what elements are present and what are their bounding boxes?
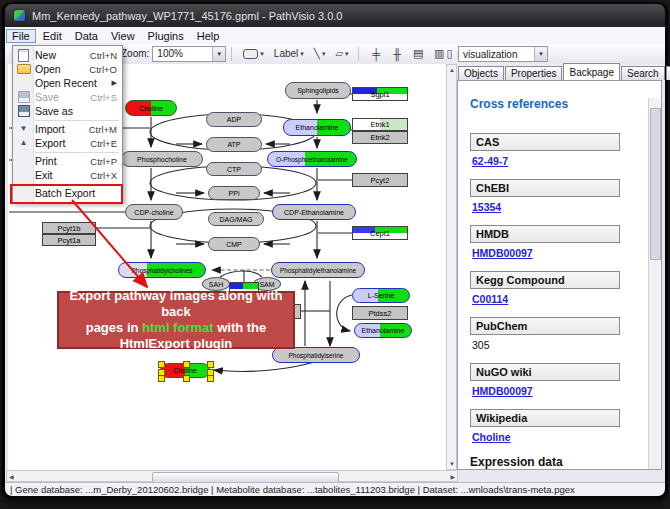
add-label-button[interactable]: Label▾ xyxy=(270,45,308,62)
expression-data-heading: Expression data xyxy=(470,455,649,469)
selection-handle[interactable] xyxy=(158,361,165,368)
node-l-serine[interactable]: L-Serine xyxy=(352,288,410,303)
tab-objects[interactable]: Objects xyxy=(458,66,504,80)
xref-link[interactable]: Choline xyxy=(472,431,649,443)
scroll-up-icon[interactable]: ▲ xyxy=(449,67,455,73)
visualization-value: visualization xyxy=(459,49,534,60)
node-phosphatidylcholines[interactable]: Phosphatidylcholines xyxy=(118,262,206,278)
title-bar[interactable]: Mm_Kennedy_pathway_WP1771_45176.gpml - P… xyxy=(5,4,665,27)
node-atp[interactable]: ATP xyxy=(206,137,262,152)
node-choline-selected[interactable]: Choline xyxy=(160,363,210,378)
line-tool-button[interactable]: ╲▾ xyxy=(310,45,330,62)
node-phosphocholine[interactable]: Phosphocholine xyxy=(121,151,203,167)
scroll-down-icon[interactable]: ▼ xyxy=(449,461,455,467)
node-ctp[interactable]: CTP xyxy=(206,162,262,176)
window-title: Mm_Kennedy_pathway_WP1771_45176.gpml - P… xyxy=(32,10,342,22)
menu-item-label: Export xyxy=(32,137,90,149)
label-tool-label: Label xyxy=(274,49,298,59)
xref-link[interactable]: HMDB00097 xyxy=(472,247,649,259)
node-dag-mag[interactable]: DAG/MAG xyxy=(208,212,264,226)
node-ethanolamine[interactable]: Ethanolamine xyxy=(283,119,351,136)
distribute-horizontal-icon[interactable]: ▤ xyxy=(410,46,427,61)
import-icon: ▼ xyxy=(15,125,32,133)
file-menu-item-new[interactable]: NewCtrl+N xyxy=(13,48,122,62)
scroll-left-icon[interactable]: ◀ xyxy=(9,474,14,480)
menu-data[interactable]: Data xyxy=(69,29,104,43)
gene-etnk2[interactable]: Etnk2 xyxy=(352,131,408,144)
toolbar-separator xyxy=(231,47,232,61)
file-menu-item-save-as[interactable]: Save as xyxy=(13,104,122,118)
xref-link[interactable]: 15354 xyxy=(472,201,649,213)
selection-handle[interactable] xyxy=(207,361,214,368)
add-datanode-button[interactable]: ▾ xyxy=(239,45,268,62)
panel-scrollbar[interactable] xyxy=(648,98,660,470)
gene-cept1[interactable]: Cept1 xyxy=(352,226,408,240)
menu-shortcut: Ctrl+O xyxy=(89,64,117,75)
tab-legend[interactable]: Legend xyxy=(666,66,670,80)
selection-handle[interactable] xyxy=(183,361,190,368)
tab-properties[interactable]: Properties xyxy=(505,66,563,80)
node-phosphatidylethanolamine[interactable]: Phosphatidylethanolamine xyxy=(271,262,365,278)
zoom-combobox[interactable]: 100% ▾ xyxy=(152,46,226,62)
node-ppi[interactable]: PPi xyxy=(208,186,260,200)
xref-title: NuGO wiki xyxy=(470,363,620,381)
file-menu-item-exit[interactable]: ExitCtrl+X xyxy=(13,168,122,182)
file-menu-item-import[interactable]: ▼ImportCtrl+M xyxy=(13,122,122,136)
node-adp[interactable]: ADP xyxy=(206,112,262,127)
visualization-combobox[interactable]: visualization ▾ xyxy=(458,46,548,62)
menu-edit[interactable]: Edit xyxy=(37,29,68,43)
align-middle-icon[interactable]: ╫ xyxy=(389,46,406,61)
tab-backpage[interactable]: Backpage xyxy=(563,63,619,80)
chevron-down-icon[interactable]: ▾ xyxy=(534,47,547,61)
pathvisio-app-icon xyxy=(14,10,25,21)
xref-section-pubchem: PubChem305 xyxy=(470,317,649,351)
menu-file[interactable]: File xyxy=(6,29,36,43)
selection-handle[interactable] xyxy=(207,375,214,382)
node-choline[interactable]: Choline xyxy=(125,100,177,116)
node-cdp-ethanolamine[interactable]: CDP-Ethanolamine xyxy=(272,204,356,220)
menu-view[interactable]: View xyxy=(105,29,141,43)
menu-plugins[interactable]: Plugins xyxy=(142,29,190,43)
menu-item-label: Exit xyxy=(32,169,90,181)
node-cdp-choline[interactable]: CDP-choline xyxy=(125,204,183,220)
side-panel-tabs: ObjectsPropertiesBackpageSearchLegend xyxy=(457,64,662,80)
gene-sgpl1[interactable]: Sgpl1 xyxy=(352,87,408,101)
scroll-right-icon[interactable]: ▶ xyxy=(450,474,455,480)
file-menu-item-open-recent[interactable]: Open Recent▶ xyxy=(13,76,122,90)
gene-pcyt1b[interactable]: Pcyt1b xyxy=(42,222,96,234)
scrollbar-thumb[interactable] xyxy=(650,108,661,260)
zoom-label: Zoom: xyxy=(121,48,149,59)
selection-handle[interactable] xyxy=(183,375,190,382)
file-menu-item-open[interactable]: OpenCtrl+O xyxy=(13,62,122,76)
tab-search[interactable]: Search xyxy=(621,66,665,80)
gene-pcyt1a[interactable]: Pcyt1a xyxy=(42,234,96,246)
file-menu-item-print[interactable]: PrintCtrl+P xyxy=(13,154,122,168)
xref-section-cas: CAS62-49-7 xyxy=(470,133,649,167)
canvas-horizontal-scrollbar[interactable]: ◀ ▶ xyxy=(6,470,458,482)
node-sphingolipids[interactable]: Sphingolipids xyxy=(285,82,351,99)
xref-title: HMDB xyxy=(470,225,620,243)
node-cmp[interactable]: CMP xyxy=(208,237,260,251)
canvas-vertical-scrollbar[interactable]: ▲ ▼ xyxy=(446,64,457,470)
file-menu-item-export[interactable]: ▲ExportCtrl+E xyxy=(13,136,122,150)
align-center-icon[interactable]: ╪ xyxy=(368,46,385,61)
save-disk-icon xyxy=(15,91,32,103)
xref-section-hmdb: HMDBHMDB00097 xyxy=(470,225,649,259)
shape-tool-button[interactable]: ▱▾ xyxy=(331,45,352,62)
xref-link[interactable]: HMDB00097 xyxy=(472,385,649,397)
selection-handle[interactable] xyxy=(158,375,165,382)
gene-ptdss2[interactable]: Ptdss2 xyxy=(352,306,408,320)
node-o-phosphoethanolamine[interactable]: O-Phosphoethanolamine xyxy=(267,151,357,167)
annotation-line1: Export pathway images along with back xyxy=(69,288,282,319)
shape-tool-icon: ▱ xyxy=(335,49,343,59)
gene-etnk1[interactable]: Etnk1 xyxy=(352,118,408,131)
node-ethanolamine-2[interactable]: Ethanolamine xyxy=(354,323,412,338)
file-menu-item-save[interactable]: SaveCtrl+S xyxy=(13,90,122,104)
xref-title: Kegg Compound xyxy=(470,271,620,289)
xref-link[interactable]: C00114 xyxy=(472,293,649,305)
chevron-down-icon[interactable]: ▾ xyxy=(212,47,225,61)
menu-help[interactable]: Help xyxy=(191,29,226,43)
side-panel-button[interactable]: ▯ xyxy=(441,46,458,61)
xref-link[interactable]: 62-49-7 xyxy=(472,155,649,167)
gene-pcyt2[interactable]: Pcyt2 xyxy=(352,173,408,187)
